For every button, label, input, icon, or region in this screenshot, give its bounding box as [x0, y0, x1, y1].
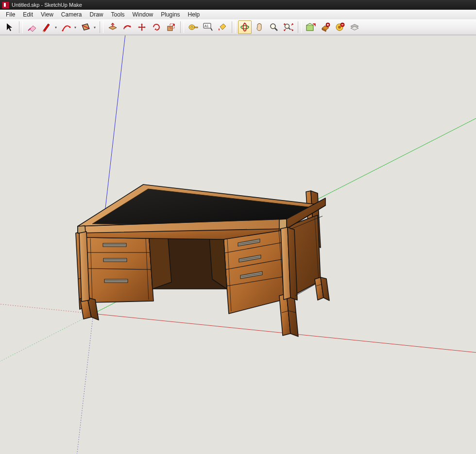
zoom-extents-tool-icon[interactable] — [282, 20, 295, 34]
app-icon — [2, 1, 9, 9]
toolbar-separator — [100, 21, 103, 33]
svg-line-23 — [0, 314, 93, 399]
offset-tool-icon[interactable] — [120, 20, 134, 34]
arc-tool-icon[interactable] — [59, 20, 73, 34]
toolbar-separator — [19, 21, 23, 33]
svg-point-6 — [191, 26, 193, 28]
menu-draw[interactable]: Draw — [86, 10, 107, 19]
select-tool-icon[interactable] — [3, 20, 17, 34]
scale-tool-icon[interactable] — [164, 20, 178, 34]
svg-rect-19 — [341, 24, 343, 25]
svg-point-10 — [241, 26, 249, 29]
viewport-3d[interactable] — [0, 35, 476, 454]
text-tool-icon[interactable]: A1 — [201, 20, 215, 34]
rotate-tool-icon[interactable] — [150, 20, 163, 34]
svg-rect-38 — [103, 243, 126, 247]
tape-tool-icon[interactable] — [187, 20, 200, 34]
svg-point-11 — [243, 23, 247, 31]
pencil-tool-icon[interactable] — [40, 20, 53, 34]
svg-rect-39 — [103, 258, 127, 262]
arc-dropdown-icon[interactable]: ▾ — [73, 21, 78, 34]
titlebar: Untitled.skp - SketchUp Make — [0, 0, 476, 10]
menubar: File Edit View Camera Draw Tools Window … — [0, 10, 476, 19]
svg-point-12 — [271, 24, 275, 29]
pushpull-tool-icon[interactable] — [106, 20, 119, 34]
menu-tools[interactable]: Tools — [107, 10, 129, 19]
svg-rect-40 — [104, 279, 128, 283]
toolbar: ▾ ▾ ▾ — [0, 19, 476, 35]
menu-view[interactable]: View — [37, 10, 57, 19]
svg-rect-7 — [194, 27, 198, 28]
menu-help[interactable]: Help — [184, 10, 204, 19]
rectangle-tool-icon[interactable] — [79, 20, 92, 34]
svg-text:A1: A1 — [204, 24, 209, 28]
menu-file[interactable]: File — [2, 10, 19, 19]
menu-edit[interactable]: Edit — [19, 10, 37, 19]
extension-wh-icon[interactable] — [333, 20, 347, 34]
menu-plugins[interactable]: Plugins — [157, 10, 184, 19]
svg-rect-3 — [168, 26, 172, 31]
get-models-icon[interactable] — [304, 20, 318, 34]
svg-line-21 — [66, 314, 93, 454]
pan-tool-icon[interactable] — [253, 20, 266, 34]
share-model-icon[interactable] — [319, 20, 332, 34]
layers-icon[interactable] — [348, 20, 361, 34]
zoom-tool-icon[interactable] — [267, 20, 281, 34]
orbit-tool-icon[interactable] — [238, 20, 252, 34]
toolbar-separator — [180, 21, 184, 33]
svg-point-0 — [62, 30, 63, 31]
toolbar-separator — [232, 21, 236, 33]
move-tool-icon[interactable] — [135, 20, 149, 34]
toolbar-separator — [298, 21, 302, 33]
window-title: Untitled.skp - SketchUp Make — [12, 2, 82, 8]
menu-window[interactable]: Window — [129, 10, 157, 19]
menu-camera[interactable]: Camera — [57, 10, 86, 19]
paint-tool-icon[interactable] — [216, 20, 229, 34]
eraser-tool-icon[interactable] — [25, 20, 39, 34]
rectangle-dropdown-icon[interactable]: ▾ — [92, 21, 97, 34]
pencil-dropdown-icon[interactable]: ▾ — [53, 21, 58, 34]
svg-point-17 — [338, 26, 341, 29]
svg-point-1 — [69, 26, 70, 28]
svg-rect-14 — [306, 25, 313, 31]
